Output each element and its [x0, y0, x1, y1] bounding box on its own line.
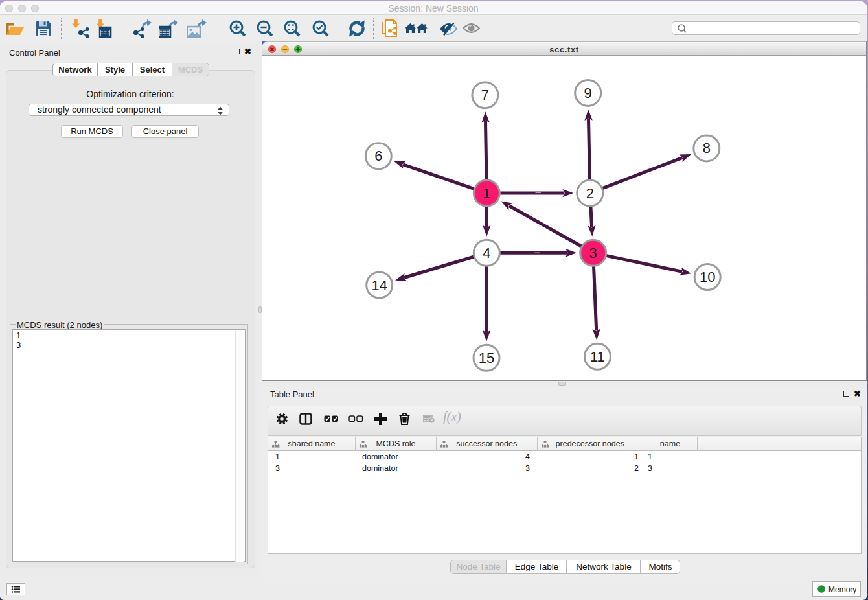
svg-text:10: 10 [700, 269, 715, 285]
svg-text:11: 11 [590, 349, 605, 365]
svg-text:9: 9 [584, 85, 592, 101]
svg-text:f(x): f(x) [443, 411, 461, 424]
svg-text:6: 6 [374, 148, 382, 164]
svg-text:8: 8 [703, 140, 711, 156]
svg-text:14: 14 [371, 277, 387, 294]
svg-text:15: 15 [479, 350, 494, 366]
svg-text:4: 4 [483, 245, 490, 261]
svg-text:3: 3 [589, 245, 597, 261]
svg-text:1: 1 [483, 185, 490, 202]
svg-text:2: 2 [586, 185, 594, 202]
svg-text:7: 7 [481, 87, 489, 103]
